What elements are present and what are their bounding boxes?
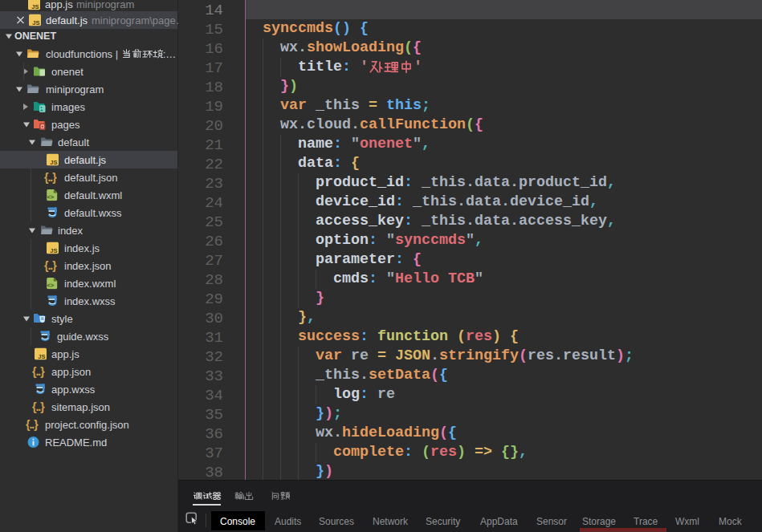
svg-text:<>: <> [47, 282, 54, 289]
svg-text:JS: JS [50, 159, 57, 166]
svg-text:<>: <> [47, 193, 54, 201]
svg-text:JS: JS [31, 3, 39, 10]
svg-text:JS: JS [32, 19, 39, 26]
svg-text:JS: JS [50, 247, 57, 254]
svg-text:JS: JS [38, 353, 45, 360]
